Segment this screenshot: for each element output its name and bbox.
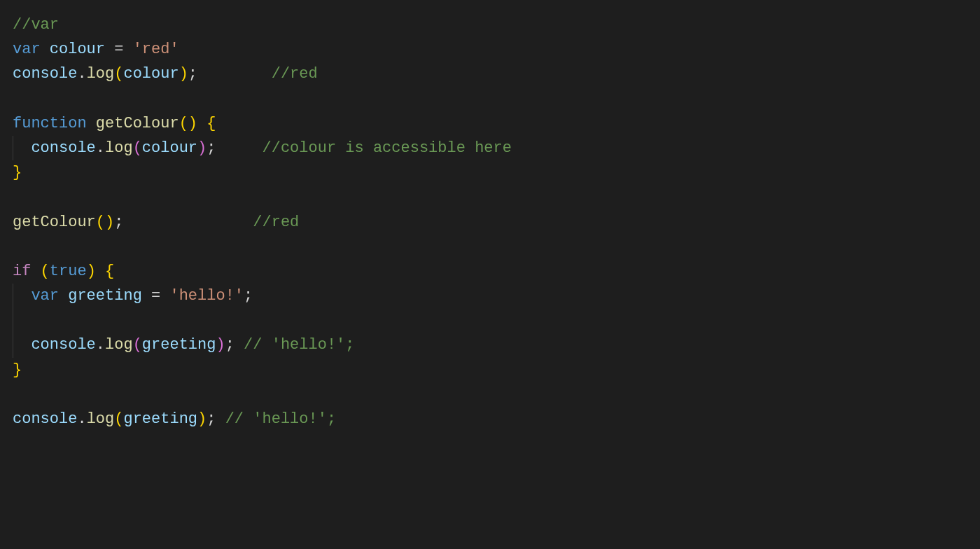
- space: [96, 263, 105, 280]
- paren-close: ): [105, 214, 114, 231]
- var-greeting: greeting: [123, 410, 197, 428]
- space: [216, 410, 225, 428]
- paren-open: (: [133, 139, 142, 157]
- code-line: //var: [13, 13, 967, 37]
- keyword-var: var: [31, 287, 59, 305]
- indent: [13, 139, 31, 157]
- semicolon: ;: [114, 214, 123, 231]
- function-name: getColour: [87, 115, 179, 132]
- comment-text: //red: [272, 65, 318, 83]
- var-greeting: greeting: [142, 336, 216, 354]
- paren-open: (: [114, 410, 123, 428]
- brace-open: {: [105, 263, 114, 280]
- code-line-blank: [13, 235, 967, 259]
- method-log: log: [87, 65, 115, 83]
- paren-open: (: [133, 336, 142, 354]
- indent-guide: [13, 136, 13, 160]
- object-console: console: [31, 139, 95, 157]
- padding: [197, 65, 272, 83]
- indent: [13, 287, 31, 305]
- code-line: if (true) {: [13, 259, 967, 284]
- semicolon: ;: [206, 410, 216, 428]
- code-line: }: [13, 358, 967, 382]
- space: [234, 336, 244, 354]
- paren-close: ): [87, 263, 96, 280]
- semicolon: ;: [225, 336, 234, 354]
- space: [197, 115, 206, 132]
- comment-text: //red: [253, 214, 299, 231]
- string-literal: 'hello!': [169, 287, 244, 305]
- code-line: getColour(); //red: [13, 210, 967, 235]
- var-colour: colour: [41, 41, 115, 58]
- code-line: var greeting = 'hello!';: [13, 284, 967, 308]
- boolean-true: true: [50, 263, 87, 280]
- comment-text: // 'hello!';: [244, 336, 354, 354]
- code-line: var colour = 'red': [13, 37, 967, 62]
- indent-guide: [13, 308, 13, 333]
- brace-close: }: [13, 164, 22, 181]
- code-line-blank: [13, 382, 967, 407]
- code-line: console.log(colour); //colour is accessi…: [13, 136, 967, 160]
- code-line: console.log(greeting); // 'hello!';: [13, 333, 967, 357]
- method-log: log: [105, 139, 133, 157]
- operator-equals: =: [114, 41, 132, 58]
- paren-open: (: [96, 214, 105, 231]
- indent-guide: [13, 333, 13, 357]
- paren-close: ): [197, 410, 206, 428]
- function-call: getColour: [13, 214, 96, 231]
- code-line: }: [13, 160, 967, 185]
- paren-open: (: [114, 65, 123, 83]
- string-literal: 'red': [133, 41, 179, 58]
- code-line-blank: [13, 185, 967, 209]
- brace-open: {: [206, 115, 216, 132]
- dot: .: [77, 65, 86, 83]
- paren-close: ): [197, 139, 206, 157]
- code-line: console.log(greeting); // 'hello!';: [13, 407, 967, 431]
- object-console: console: [13, 410, 77, 428]
- operator-equals: =: [151, 287, 169, 305]
- code-line-blank: [13, 308, 967, 333]
- method-log: log: [87, 410, 115, 428]
- dot: .: [77, 410, 86, 428]
- code-line: console.log(colour); //red: [13, 62, 967, 86]
- paren-close: ): [179, 65, 188, 83]
- semicolon: ;: [206, 139, 216, 157]
- dot: .: [96, 336, 105, 354]
- object-console: console: [13, 65, 77, 83]
- var-colour: colour: [142, 139, 197, 157]
- keyword-var: var: [13, 41, 41, 58]
- space: [31, 263, 40, 280]
- brace-close: }: [13, 361, 22, 379]
- code-line-blank: [13, 87, 967, 111]
- code-editor[interactable]: //var var colour = 'red' console.log(col…: [0, 0, 980, 444]
- var-colour: colour: [123, 65, 178, 83]
- semicolon: ;: [188, 65, 197, 83]
- semicolon: ;: [244, 287, 253, 305]
- paren-close: ): [188, 115, 197, 132]
- comment-text: // 'hello!';: [225, 410, 336, 428]
- var-greeting: greeting: [59, 287, 151, 305]
- code-line: function getColour() {: [13, 111, 967, 136]
- object-console: console: [31, 336, 95, 354]
- paren-close: ): [216, 336, 225, 354]
- dot: .: [96, 139, 105, 157]
- padding: [216, 139, 262, 157]
- padding: [123, 214, 253, 231]
- keyword-function: function: [13, 115, 87, 132]
- indent-guide: [13, 284, 13, 308]
- paren-open: (: [41, 263, 50, 280]
- indent: [13, 336, 31, 354]
- comment-text: //colour is accessible here: [262, 139, 511, 157]
- method-log: log: [105, 336, 133, 354]
- comment-text: //var: [13, 16, 59, 34]
- keyword-if: if: [13, 263, 31, 280]
- paren-open: (: [179, 115, 188, 132]
